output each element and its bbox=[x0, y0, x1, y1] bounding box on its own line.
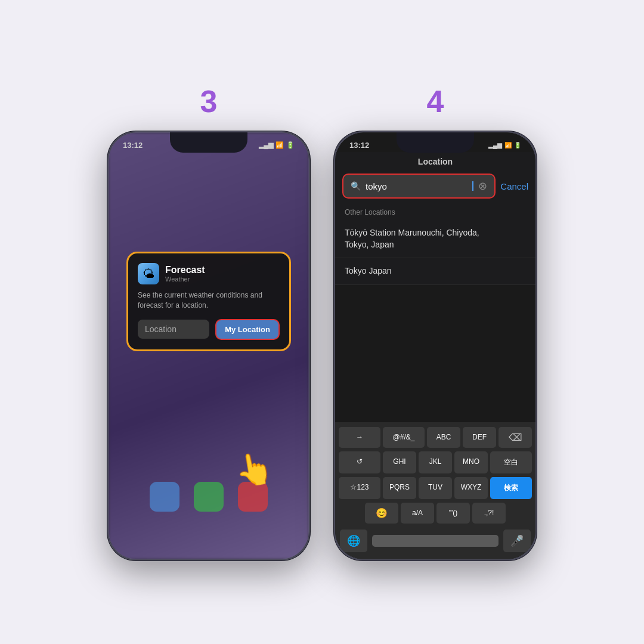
phone4-side-btn-right bbox=[535, 246, 537, 299]
key-def[interactable]: DEF bbox=[463, 427, 496, 448]
keyboard-row-4: 😊 a/A '"() .,?! bbox=[338, 503, 533, 524]
phone-3-screen: 13:12 ▂▄▆ 📶 🔋 🌤 bbox=[109, 132, 309, 559]
key-pqrs[interactable]: PQRS bbox=[383, 477, 416, 499]
step-4-number: 4 bbox=[427, 83, 444, 119]
widget-header: 🌤 Forecast Weather bbox=[138, 263, 280, 284]
home-icon-1 bbox=[150, 482, 179, 512]
keyboard-row-1: → @#/&_ ABC DEF ⌫ bbox=[338, 427, 533, 448]
widget-actions: Location My Location bbox=[138, 319, 280, 340]
phone-side-btn-right bbox=[309, 246, 310, 299]
cancel-button[interactable]: Cancel bbox=[500, 181, 528, 191]
search-icon: 🔍 bbox=[351, 181, 361, 191]
location-result-1[interactable]: Tōkyō Station Marunouchi, Chiyoda,Tokyo,… bbox=[335, 220, 535, 258]
location-header: Location bbox=[335, 152, 535, 171]
key-ghi[interactable]: GHI bbox=[383, 451, 416, 473]
phone-3: 13:12 ▂▄▆ 📶 🔋 🌤 bbox=[107, 131, 310, 561]
key-abc[interactable]: ABC bbox=[427, 427, 460, 448]
status-icons-4: ▂▄▆ 📶 🔋 bbox=[488, 142, 521, 148]
phone-4: 13:12 ▂▄▆ 📶 🔋 Location 🔍 bbox=[334, 131, 537, 561]
search-bar[interactable]: 🔍 tokyo ⊗ bbox=[342, 174, 496, 199]
other-locations-label: Other Locations bbox=[335, 203, 535, 220]
battery-icon-4: 🔋 bbox=[514, 142, 521, 148]
key-alpha[interactable]: a/A bbox=[401, 503, 434, 524]
status-bar-3: 13:12 ▂▄▆ 📶 🔋 bbox=[109, 132, 309, 152]
home-icon-2 bbox=[194, 482, 224, 512]
step-4: 4 13:12 ▂▄▆ 📶 🔋 bbox=[334, 83, 537, 561]
text-cursor bbox=[472, 181, 473, 191]
my-location-button[interactable]: My Location bbox=[215, 319, 280, 340]
phone-4-screen: 13:12 ▂▄▆ 📶 🔋 Location 🔍 bbox=[335, 132, 535, 559]
search-bar-wrapper: 🔍 tokyo ⊗ Cancel bbox=[335, 171, 535, 203]
key-undo[interactable]: ↺ bbox=[339, 451, 380, 473]
key-search-jp[interactable]: 検索 bbox=[490, 477, 532, 499]
key-emoji[interactable]: 😊 bbox=[365, 503, 398, 524]
status-time-4: 13:12 bbox=[349, 141, 369, 150]
key-symbols[interactable]: @#/&_ bbox=[383, 427, 425, 448]
wifi-icon: 📶 bbox=[275, 141, 284, 149]
key-quotes[interactable]: '"() bbox=[436, 503, 470, 524]
widget-description: See the current weather conditions and f… bbox=[138, 290, 280, 311]
widget-app-subtitle: Weather bbox=[165, 275, 205, 283]
key-arrow[interactable]: → bbox=[339, 427, 380, 448]
status-icons-3: ▂▄▆ 📶 🔋 bbox=[259, 141, 295, 149]
main-container: 3 13:12 ▂▄▆ 📶 🔋 bbox=[83, 60, 561, 584]
location-result-2[interactable]: Tokyo Japan bbox=[335, 258, 535, 285]
key-tuv[interactable]: TUV bbox=[419, 477, 452, 499]
signal-icon-4: ▂▄▆ bbox=[488, 142, 502, 148]
location-field[interactable]: Location bbox=[138, 320, 209, 339]
key-globe[interactable]: 🌐 bbox=[340, 530, 367, 552]
weather-app-icon: 🌤 bbox=[138, 263, 159, 284]
battery-icon: 🔋 bbox=[286, 141, 295, 149]
status-bar-4: 13:12 ▂▄▆ 📶 🔋 bbox=[335, 132, 535, 152]
hand-cursor-icon: 👆 bbox=[231, 448, 276, 491]
keyboard-bottom-row: 🌐 🎤 bbox=[338, 527, 533, 557]
wifi-icon-4: 📶 bbox=[504, 142, 512, 148]
homescreen-icons bbox=[109, 482, 309, 512]
widget-app-name: Forecast bbox=[165, 265, 205, 275]
search-clear-button[interactable]: ⊗ bbox=[478, 179, 487, 193]
key-wxyz[interactable]: WXYZ bbox=[454, 477, 488, 499]
key-numbers[interactable]: ☆123 bbox=[339, 477, 380, 499]
key-punctuation[interactable]: .,?! bbox=[472, 503, 506, 524]
key-space[interactable] bbox=[372, 535, 499, 547]
key-microphone[interactable]: 🎤 bbox=[503, 530, 531, 552]
status-time-3: 13:12 bbox=[123, 141, 143, 150]
key-mno[interactable]: MNO bbox=[454, 451, 488, 473]
widget-app-info: Forecast Weather bbox=[165, 265, 205, 283]
key-jkl[interactable]: JKL bbox=[419, 451, 452, 473]
keyboard-row-3: ☆123 PQRS TUV WXYZ 検索 bbox=[338, 477, 533, 499]
search-input-text[interactable]: tokyo bbox=[366, 181, 467, 191]
step-3-number: 3 bbox=[200, 83, 218, 119]
key-backspace[interactable]: ⌫ bbox=[499, 427, 532, 448]
step-3: 3 13:12 ▂▄▆ 📶 🔋 bbox=[107, 83, 310, 561]
signal-icon: ▂▄▆ bbox=[259, 141, 273, 149]
keyboard: → @#/&_ ABC DEF ⌫ ↺ GHI JKL MNO 空白 ☆ bbox=[335, 422, 535, 559]
key-space-kanji[interactable]: 空白 bbox=[490, 451, 532, 473]
forecast-widget: 🌤 Forecast Weather See the current weath… bbox=[126, 252, 291, 351]
keyboard-row-2: ↺ GHI JKL MNO 空白 bbox=[338, 451, 533, 473]
